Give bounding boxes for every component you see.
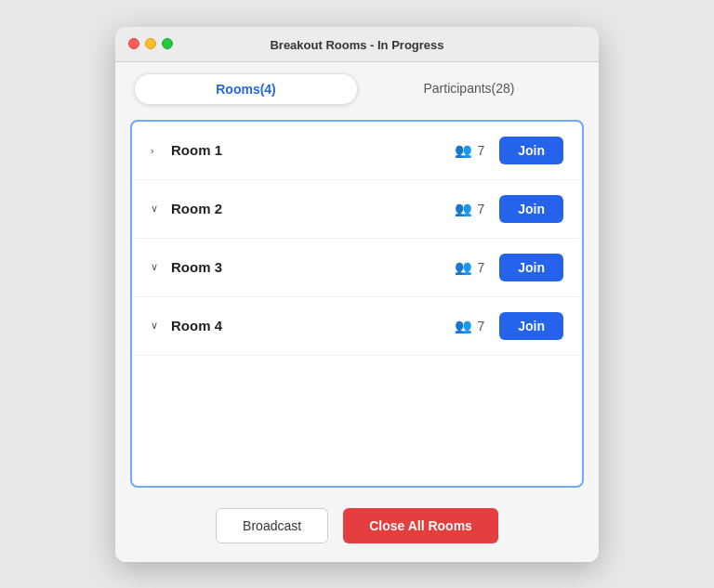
room-3-count: 👥 7 — [455, 259, 484, 276]
room-2-count: 👥 7 — [455, 201, 484, 217]
chevron-down-icon: ∨ — [151, 203, 162, 215]
table-row: ∨ Room 2 👥 7 Join — [132, 180, 582, 239]
room-1-join-button[interactable]: Join — [499, 137, 563, 164]
tab-participants[interactable]: Participants(28) — [358, 73, 580, 105]
titlebar: Breakout Rooms - In Progress — [115, 27, 599, 62]
room-3-join-button[interactable]: Join — [499, 254, 563, 281]
tab-rooms[interactable]: Rooms(4) — [134, 73, 358, 105]
breakout-rooms-window: Breakout Rooms - In Progress Rooms(4) Pa… — [115, 27, 599, 562]
person-icon: 👥 — [455, 201, 472, 217]
room-4-count: 👥 7 — [455, 318, 484, 334]
tabs-bar: Rooms(4) Participants(28) — [115, 62, 599, 112]
window-title: Breakout Rooms - In Progress — [270, 38, 443, 52]
rooms-list: › Room 1 👥 7 Join ∨ Room 2 👥 7 Join ∨ Ro… — [130, 120, 584, 488]
close-window-button[interactable] — [128, 38, 139, 49]
footer: Broadcast Close All Rooms — [115, 495, 599, 562]
room-1-count: 👥 7 — [455, 142, 484, 159]
maximize-window-button[interactable] — [162, 38, 173, 49]
room-4-name: Room 4 — [171, 318, 455, 333]
table-row: › Room 1 👥 7 Join — [132, 122, 582, 180]
room-1-name: Room 1 — [171, 142, 455, 158]
room-3-name: Room 3 — [171, 259, 455, 275]
close-all-rooms-button[interactable]: Close All Rooms — [343, 508, 498, 543]
room-4-join-button[interactable]: Join — [499, 312, 563, 340]
table-row: ∨ Room 4 👥 7 Join — [132, 297, 582, 356]
chevron-down-icon: ∨ — [151, 261, 162, 273]
room-2-join-button[interactable]: Join — [499, 195, 563, 223]
room-2-name: Room 2 — [171, 201, 455, 216]
person-icon: 👥 — [455, 259, 472, 276]
person-icon: 👥 — [455, 318, 472, 334]
empty-space — [132, 356, 582, 486]
broadcast-button[interactable]: Broadcast — [216, 508, 328, 543]
table-row: ∨ Room 3 👥 7 Join — [132, 239, 582, 297]
traffic-lights — [128, 38, 173, 49]
chevron-down-icon: ∨ — [151, 320, 162, 332]
minimize-window-button[interactable] — [145, 38, 156, 49]
chevron-right-icon: › — [151, 145, 162, 156]
person-icon: 👥 — [455, 142, 472, 159]
